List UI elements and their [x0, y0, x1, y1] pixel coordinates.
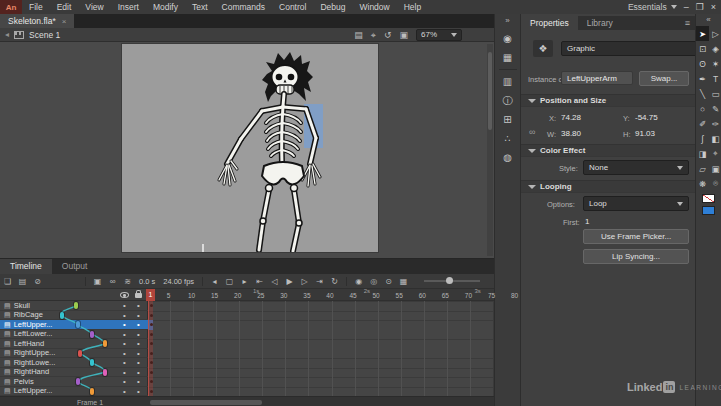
menu-file[interactable]: File: [22, 0, 50, 14]
y-value[interactable]: -54.75: [635, 113, 658, 122]
new-layer-button[interactable]: ❏: [0, 274, 15, 289]
pencil-tool[interactable]: ✎: [709, 101, 721, 116]
scene-breadcrumb[interactable]: Scene 1: [29, 30, 60, 40]
paint-brush-tool[interactable]: ✐: [696, 116, 709, 131]
edit-multiple-frames-button[interactable]: ⊙: [381, 274, 396, 289]
symbol-type-dropdown[interactable]: Graphic: [561, 41, 709, 56]
layer-lock-dot[interactable]: •: [137, 358, 140, 367]
layer-visibility-dot[interactable]: •: [123, 377, 126, 386]
layer-row-leftupper[interactable]: ▤LeftUpper...••: [0, 320, 148, 330]
tab-timeline[interactable]: Timeline: [0, 259, 52, 274]
layer-lock-dot[interactable]: •: [137, 377, 140, 386]
prev-frame-button[interactable]: ◁: [267, 274, 282, 289]
gradient-transform-tool[interactable]: ◈: [709, 41, 721, 56]
subselection-tool[interactable]: ▷: [709, 26, 721, 41]
h-value[interactable]: 91.03: [635, 129, 655, 138]
x-value[interactable]: 74.28: [561, 113, 581, 122]
edit-scene-icon[interactable]: ▤: [354, 29, 363, 41]
swatches-panel-icon[interactable]: ▥: [498, 73, 518, 90]
oval-tool[interactable]: ○: [696, 101, 709, 116]
menu-edit[interactable]: Edit: [50, 0, 79, 14]
classic-brush-tool[interactable]: ✑: [709, 116, 721, 131]
lasso-tool[interactable]: ʘ: [696, 56, 709, 71]
cc-libraries-panel-icon[interactable]: ◉: [498, 30, 518, 47]
paint-bucket-tool[interactable]: ◧: [709, 131, 721, 146]
text-tool[interactable]: T: [709, 71, 721, 86]
transform-panel-icon[interactable]: ⊞: [498, 111, 518, 128]
swap-button[interactable]: Swap...: [639, 71, 689, 86]
layer-row-pelvis[interactable]: ▤Pelvis••: [0, 377, 148, 387]
restore-button[interactable]: ❐: [696, 0, 704, 14]
frame-range-button[interactable]: ▦: [396, 274, 411, 289]
section-position-size[interactable]: Position and Size: [521, 94, 696, 107]
layer-row-righthand[interactable]: ▤RightHand••: [0, 368, 148, 378]
fill-color-chip[interactable]: [702, 206, 715, 215]
layer-visibility-dot[interactable]: •: [123, 358, 126, 367]
delete-button[interactable]: ⊘: [30, 274, 45, 289]
camera-tool[interactable]: ▣: [709, 161, 721, 176]
layer-visibility-dot[interactable]: •: [123, 330, 126, 339]
close-tab-icon[interactable]: ×: [62, 17, 67, 26]
layer-visibility-dot[interactable]: •: [123, 368, 126, 377]
hand-tool[interactable]: ❋: [696, 176, 709, 191]
slider-knob[interactable]: [446, 277, 453, 284]
layer-row-ribcage[interactable]: ▤RibCage••: [0, 311, 148, 321]
w-value[interactable]: 38.80: [561, 129, 581, 138]
workspace-switcher[interactable]: Essentials: [628, 2, 677, 12]
go-to-first-button[interactable]: ⇤: [252, 274, 267, 289]
parenting-marker[interactable]: [74, 302, 78, 309]
center-stage-icon[interactable]: ⌖: [371, 29, 376, 41]
stage-zoom-select[interactable]: 67%: [416, 29, 462, 41]
zoom-tool[interactable]: ⌾: [709, 176, 721, 191]
style-dropdown[interactable]: None: [583, 160, 689, 175]
go-to-last-button[interactable]: ⇥: [312, 274, 327, 289]
menu-insert[interactable]: Insert: [111, 0, 146, 14]
new-folder-button[interactable]: ▤: [15, 274, 30, 289]
tab-output[interactable]: Output: [52, 259, 98, 274]
rectangle-tool[interactable]: ▭: [709, 86, 721, 101]
line-tool[interactable]: ╲: [696, 86, 709, 101]
info-panel-icon[interactable]: ⓘ: [498, 92, 518, 109]
parenting-marker[interactable]: [76, 321, 80, 328]
skeleton-artwork[interactable]: [122, 44, 378, 252]
stroke-color-chip[interactable]: [702, 194, 715, 203]
stage-vertical-scrollbar[interactable]: [487, 44, 493, 256]
timeline-horizontal-scrollbar[interactable]: [150, 400, 262, 405]
layer-depth-button[interactable]: ≋: [120, 274, 135, 289]
selection-tool[interactable]: ➤: [696, 26, 709, 41]
eyedropper-tool[interactable]: ⌖: [709, 146, 721, 161]
instance-name-field[interactable]: LeftUpperArm: [561, 71, 633, 85]
frame-ruler[interactable]: 151015202530354045505560657075801s2s3s: [148, 289, 494, 301]
camera-button[interactable]: ▣: [90, 274, 105, 289]
parenting-marker[interactable]: [76, 378, 80, 385]
playhead-line[interactable]: [148, 301, 153, 396]
menu-text[interactable]: Text: [185, 0, 215, 14]
scrollbar-thumb[interactable]: [488, 52, 492, 130]
layer-lock-dot[interactable]: •: [137, 320, 140, 329]
layer-visibility-dot[interactable]: •: [123, 387, 126, 396]
rotation-icon[interactable]: ↺: [384, 29, 392, 41]
onion-skin-button[interactable]: ◉: [351, 274, 366, 289]
layer-lock-dot[interactable]: •: [137, 349, 140, 358]
layer-lock-dot[interactable]: •: [137, 301, 140, 310]
layer-visibility-dot[interactable]: •: [123, 301, 126, 310]
link-dimensions-icon[interactable]: ∞: [529, 127, 535, 137]
parenting-marker[interactable]: [60, 312, 64, 319]
onion-outlines-button[interactable]: ◎: [366, 274, 381, 289]
layer-visibility-dot[interactable]: •: [123, 320, 126, 329]
menu-debug[interactable]: Debug: [313, 0, 352, 14]
motion-presets-panel-icon[interactable]: ∴: [498, 130, 518, 147]
menu-help[interactable]: Help: [397, 0, 428, 14]
parenting-marker[interactable]: [90, 359, 94, 366]
pen-tool[interactable]: ✒: [696, 71, 709, 86]
next-frame-button[interactable]: ▷: [297, 274, 312, 289]
section-color-effect[interactable]: Color Effect: [521, 144, 696, 157]
layer-lock-dot[interactable]: •: [137, 339, 140, 348]
collapse-panels-icon[interactable]: «: [696, 14, 721, 26]
parenting-marker[interactable]: [103, 369, 107, 376]
loop-button[interactable]: ↻: [327, 274, 342, 289]
frame-rate[interactable]: 24.00 fps: [159, 277, 198, 286]
playhead[interactable]: 1: [146, 289, 155, 301]
layer-lock-dot[interactable]: •: [137, 368, 140, 377]
layer-row-rightlowe[interactable]: ▤RightLowe...••: [0, 358, 148, 368]
